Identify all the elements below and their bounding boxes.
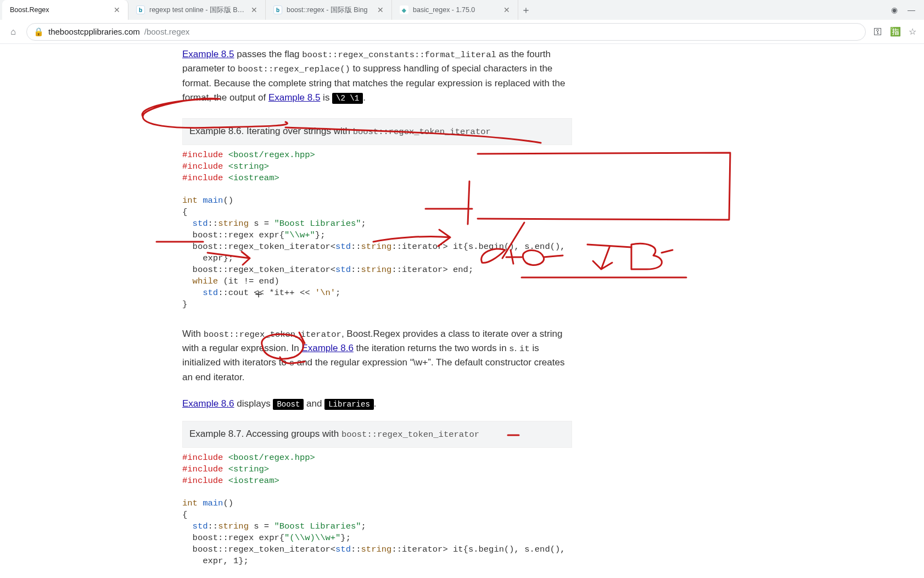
tk: ;: [335, 288, 340, 298]
tk: while: [182, 276, 218, 286]
bing-favicon-icon: b: [273, 5, 282, 14]
text: .: [374, 398, 377, 409]
tab-close-icon[interactable]: ✕: [250, 5, 259, 14]
tk: ::: [351, 242, 361, 252]
browser-toolbar: ⌂ 🔒 theboostcpplibraries.com/boost.regex…: [0, 20, 924, 44]
tk: string: [361, 242, 392, 252]
tk: <boost/regex.hpp>: [223, 453, 315, 463]
tk: string: [218, 521, 249, 531]
text: Example 8.7. Accessing groups with: [189, 429, 341, 439]
new-tab-button[interactable]: ＋: [518, 0, 534, 20]
code-block-8-7: #include <boost/regex.hpp> #include <str…: [182, 448, 572, 571]
tk: ::iterator> it{s.begin(), s.end(),: [391, 544, 565, 554]
tk: <string>: [223, 162, 269, 171]
text: .: [363, 92, 366, 103]
minimize-icon[interactable]: —: [908, 5, 915, 14]
tk: #include: [182, 162, 223, 171]
tk: boost::regex expr{: [182, 230, 284, 240]
text: passes the flag: [234, 49, 303, 59]
tk: ::: [351, 265, 361, 275]
code-inline: boost::regex_token_iterator: [341, 430, 479, 440]
account-icon[interactable]: ◉: [891, 5, 898, 14]
tk: <iostream>: [223, 173, 279, 183]
link-example-8-6[interactable]: Example 8.6: [182, 398, 234, 409]
text: Example 8.6. Iterating over strings with: [189, 126, 353, 136]
bing-favicon-icon: b: [136, 5, 145, 14]
tk: };: [340, 533, 351, 543]
example-8-6-title: Example 8.6. Iterating over strings with…: [182, 118, 572, 144]
tk: ::cout << *it++ <<: [218, 288, 315, 298]
tk: <iostream>: [223, 476, 279, 486]
translate-icon[interactable]: 🈯: [890, 26, 901, 37]
tab-boost-regex[interactable]: Boost.Regex ✕: [2, 0, 128, 20]
text: is: [320, 92, 332, 103]
tk: "(\\w)\\w+": [284, 533, 340, 543]
tab-title: regexp test online - 国际版 Bing: [149, 5, 245, 15]
tab-close-icon[interactable]: ✕: [113, 5, 121, 14]
code-inline: s: [509, 344, 514, 354]
key-icon[interactable]: ⚿: [873, 27, 882, 37]
text: With: [182, 329, 204, 339]
url-path: /boost.regex: [144, 27, 190, 36]
tk: {: [182, 510, 187, 520]
code-inline: s: [289, 358, 294, 368]
tk: s =: [249, 219, 275, 229]
tab-bing-boost-regex[interactable]: b boost::regex - 国际版 Bing ✕: [266, 0, 392, 20]
tk: boost::regex expr{: [182, 533, 284, 543]
code-inline: boost::regex_token_iterator: [204, 330, 341, 340]
tab-title: boost::regex - 国际版 Bing: [287, 5, 372, 15]
tk: "Boost Libraries": [274, 521, 361, 531]
text: displays: [234, 398, 273, 409]
browser-tabstrip: Boost.Regex ✕ b regexp test online - 国际版…: [0, 0, 924, 20]
output-literal: Libraries: [324, 399, 374, 410]
tk: string: [218, 219, 249, 229]
home-icon[interactable]: ⌂: [8, 26, 19, 37]
output-literal: \2 \1: [332, 93, 363, 104]
tk: string: [361, 544, 392, 554]
tk: std: [335, 544, 351, 554]
tk: std: [335, 265, 351, 275]
tab-basic-regex[interactable]: ◆ basic_regex - 1.75.0 ✕: [392, 0, 518, 20]
link-example-8-5[interactable]: Example 8.5: [268, 92, 321, 103]
tab-bing-regexp-test[interactable]: b regexp test online - 国际版 Bing ✕: [128, 0, 266, 20]
address-bar[interactable]: 🔒 theboostcpplibraries.com/boost.regex: [26, 23, 866, 41]
tk: std: [182, 288, 218, 298]
tk: (): [223, 196, 233, 205]
tk: <boost/regex.hpp>: [223, 150, 315, 160]
tab-close-icon[interactable]: ✕: [502, 5, 511, 14]
tk: (it != end): [218, 276, 279, 286]
text: .: [514, 343, 519, 353]
tk: boost::regex_token_iterator<: [182, 242, 335, 252]
tk: '\n': [315, 288, 335, 298]
code-inline: boost::regex_replace(): [238, 64, 350, 74]
code-inline: it: [519, 344, 530, 354]
tk: }: [182, 299, 187, 309]
tk: std: [335, 242, 351, 252]
link-example-8-6[interactable]: Example 8.6: [301, 343, 354, 353]
tab-title: basic_regex - 1.75.0: [413, 6, 498, 14]
tk: std: [182, 219, 208, 229]
tk: ::: [351, 544, 361, 554]
bookmark-icon[interactable]: ☆: [909, 26, 916, 37]
tk: boost::regex_token_iterator<: [182, 544, 335, 554]
output-literal: Boost: [273, 399, 304, 410]
tk: expr};: [182, 253, 233, 263]
link-example-8-5[interactable]: Example 8.5: [182, 49, 234, 59]
tab-close-icon[interactable]: ✕: [376, 5, 385, 14]
code-inline: boost::regex_token_iterator: [353, 127, 491, 137]
code-block-8-6: #include <boost/regex.hpp> #include <str…: [182, 145, 572, 315]
tk: ::: [208, 521, 219, 531]
crosshair-cursor-icon: ＋: [253, 286, 265, 302]
tk: int: [182, 498, 198, 508]
toolbar-actions: ⚿ 🈯 ☆: [873, 26, 916, 37]
window-controls: ◉ —: [891, 0, 924, 20]
example-8-7-title: Example 8.7. Accessing groups with boost…: [182, 421, 572, 447]
tk: expr, 1};: [182, 556, 249, 566]
tk: #include: [182, 453, 223, 463]
tk: #include: [182, 150, 223, 160]
tk: int: [182, 196, 198, 205]
article-content: Example 8.5 passes the flag boost::regex…: [182, 44, 572, 571]
boost-favicon-icon: ◆: [400, 5, 408, 14]
tk: main: [198, 196, 223, 205]
page-viewport: Example 8.5 passes the flag boost::regex…: [0, 44, 924, 578]
